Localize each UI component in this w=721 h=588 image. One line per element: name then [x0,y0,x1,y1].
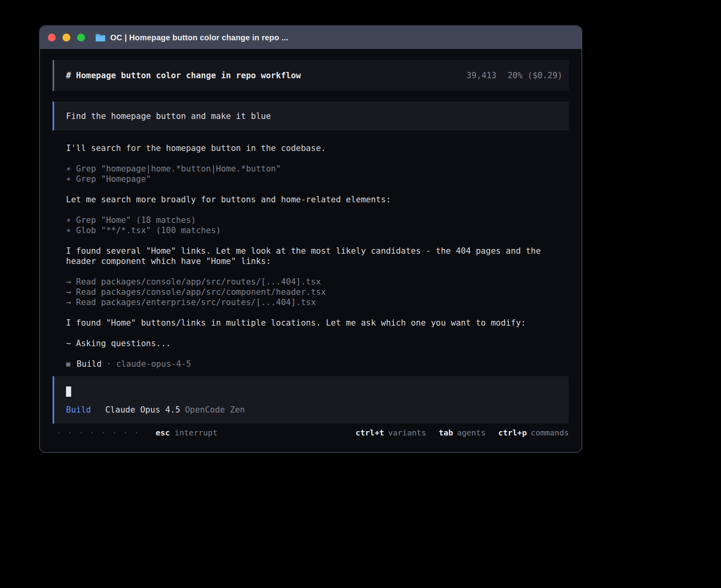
tool-call-glob: ∗ Glob "**/*.tsx" (100 matches) [66,225,569,236]
esc-key-label: interrupt [175,428,217,438]
assistant-text: I'll search for the homepage button in t… [66,143,569,153]
ctrl-t-key: ctrl+t [355,428,384,438]
close-button[interactable] [48,34,56,41]
agents-label: agents [457,428,485,438]
model-label[interactable]: Claude Opus 4.5 [105,405,180,415]
variants-label: variants [388,428,426,438]
status-left: · · · · · · · · esc interrupt [57,428,217,438]
token-count: 39,413 [466,70,496,81]
user-message-text: Find the homepage button and make it blu… [66,111,271,121]
status-bar: · · · · · · · · esc interrupt ctrl+t var… [53,428,569,438]
user-message: Find the homepage button and make it blu… [53,102,569,130]
session-header: # Homepage button color change in repo w… [53,60,569,91]
agent-icon: ▣ [66,359,70,369]
text-cursor [66,386,71,397]
agent-badge: ▣ Build · claude-opus-4-5 [66,359,569,369]
tool-call-group: → Read packages/console/app/src/routes/[… [66,277,569,307]
session-meta: 39,413 20% ($0.29) [466,70,562,81]
window-title: OC | Homepage button color change in rep… [110,33,288,42]
prompt-input[interactable]: Build Claude Opus 4.5 OpenCode Zen [53,376,569,424]
folder-icon [95,33,106,42]
agents-hint: tab agents [439,428,485,438]
agent-model: claude-opus-4-5 [116,359,191,369]
tool-call-read: → Read packages/console/app/src/routes/[… [66,277,569,287]
tool-call-grep: ∗ Grep "homepage|home.*button|Home.*butt… [66,164,569,174]
session-title: # Homepage button color change in repo w… [66,70,301,81]
status-right: ctrl+t variants tab agents ctrl+p comman… [355,428,569,438]
tool-call-grep: ∗ Grep "Homepage" [66,174,569,184]
traffic-lights [48,34,85,41]
assistant-status: ~ Asking questions... [66,338,569,349]
commands-hint: ctrl+p commands [498,428,569,438]
commands-label: commands [531,428,569,438]
terminal-content: # Homepage button color change in repo w… [40,49,581,453]
assistant-text: I found "Home" buttons/links in multiple… [66,318,569,328]
tool-call-grep: ∗ Grep "Home" (18 matches) [66,215,569,225]
assistant-text: I found several "Home" links. Let me loo… [66,246,569,266]
minimize-button[interactable] [62,34,70,41]
window-titlebar[interactable]: OC | Homepage button color change in rep… [40,26,581,49]
tool-call-read: → Read packages/enterprise/src/routes/[.… [66,297,569,307]
tool-call-read: → Read packages/console/app/src/componen… [66,287,569,297]
title-wrap: OC | Homepage button color change in rep… [95,33,288,42]
context-usage: 20% ($0.29) [508,70,562,81]
tool-call-group: ∗ Grep "Home" (18 matches) ∗ Glob "**/*.… [66,215,569,236]
terminal-window: OC | Homepage button color change in rep… [39,25,582,453]
input-meta: Build Claude Opus 4.5 OpenCode Zen [66,405,562,415]
agent-name: Build [77,359,102,369]
variants-hint: ctrl+t variants [355,428,426,438]
provider-label: OpenCode Zen [185,405,245,415]
ctrl-p-key: ctrl+p [498,428,527,438]
zoom-button[interactable] [77,34,85,41]
spinner: · · · · · · · · [57,428,140,438]
conversation: I'll search for the homepage button in t… [53,143,569,369]
agent-separator: · [106,359,111,369]
esc-key-hint: esc [156,428,170,438]
mode-label[interactable]: Build [66,405,91,415]
tab-key: tab [439,428,453,438]
tool-call-group: ∗ Grep "homepage|home.*button|Home.*butt… [66,164,569,184]
assistant-text: Let me search more broadly for buttons a… [66,194,569,205]
